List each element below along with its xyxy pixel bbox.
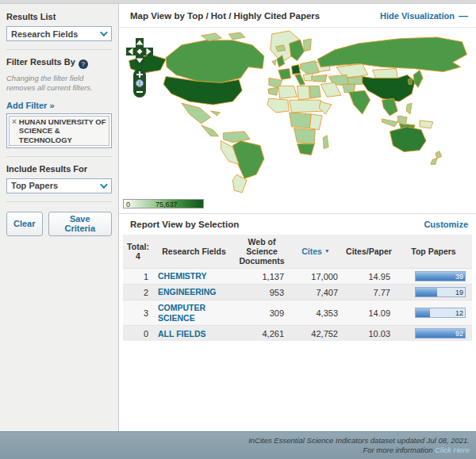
collapse-icon[interactable]: — <box>459 10 468 21</box>
col-top-papers[interactable]: Top Papers <box>395 235 472 269</box>
add-filter-link[interactable]: Add Filter » <box>6 101 55 110</box>
filter-by-text: Filter Results By <box>6 57 75 67</box>
chevron-down-icon <box>100 29 108 36</box>
footer-more-info: For more information Click Here <box>0 446 470 455</box>
cites-value: 17,000 <box>289 269 343 285</box>
help-icon[interactable]: ? <box>79 59 88 69</box>
total-header: Total: 4 <box>123 235 153 269</box>
cites-sort-link[interactable]: Cites <box>301 247 322 256</box>
filter-tag[interactable]: × HUNAN UNIVERSITY OF SCIENCE & TECHNOLO… <box>9 116 109 146</box>
results-list-value: Research Fields <box>11 29 78 39</box>
table-row: 0 ALL FIELDS 4,261 42,752 10.03 92 <box>123 326 472 342</box>
map-controls <box>125 37 155 102</box>
country-australia[interactable] <box>390 127 426 152</box>
cites-value: 7,407 <box>289 285 343 300</box>
remove-filter-icon[interactable]: × <box>12 117 17 144</box>
cites-per-paper-value: 7.77 <box>343 285 395 300</box>
sort-desc-icon: ▼ <box>324 248 330 254</box>
clear-button[interactable]: Clear <box>6 212 43 236</box>
map-legend: 0 75,637 <box>119 196 476 213</box>
filter-by-label: Filter Results By? <box>6 57 112 69</box>
row-rank: 3 <box>123 300 153 326</box>
main-panel: Map View by Top / Hot / Highly Cited Pap… <box>119 4 476 431</box>
footer-dataset-info: InCites Essential Science Indicators dat… <box>0 436 470 446</box>
include-results-value: Top Papers <box>11 181 58 190</box>
legend-gradient-bar: 0 75,637 <box>123 199 204 208</box>
docs-value: 309 <box>235 300 289 326</box>
top-papers-bar[interactable]: 92 <box>415 328 466 339</box>
esi-page: Results List Research Fields Filter Resu… <box>0 0 476 459</box>
top-papers-value: 19 <box>455 288 463 297</box>
customize-link[interactable]: Customize <box>424 220 468 229</box>
save-criteria-button[interactable]: Save Criteria <box>48 212 112 236</box>
row-rank: 2 <box>123 285 153 300</box>
top-papers-bar[interactable]: 39 <box>415 271 466 281</box>
field-link-engineering[interactable]: ENGINEERING <box>158 287 217 297</box>
cites-value: 42,752 <box>289 326 343 342</box>
filter-tag-label: HUNAN UNIVERSITY OF SCIENCE & TECHNOLOGY <box>19 117 106 144</box>
sidebar-buttons: Clear Save Criteria <box>6 209 112 236</box>
cites-per-paper-value: 14.95 <box>343 269 395 285</box>
field-link-computer-science[interactable]: COMPUTER SCIENCE <box>158 303 223 323</box>
zoom-control[interactable] <box>133 69 146 98</box>
hide-visualization-link[interactable]: Hide Visualization <box>380 11 455 21</box>
map-area <box>119 28 476 196</box>
country-china[interactable] <box>363 75 415 101</box>
docs-value: 1,137 <box>235 269 289 285</box>
field-link-chemistry[interactable]: CHEMISTRY <box>158 271 206 281</box>
report-table: Total: 4 Research Fields Web of Science … <box>123 235 472 341</box>
row-rank: 0 <box>123 326 153 342</box>
bar-fill <box>416 308 430 317</box>
legend-min-value: 0 <box>126 201 130 208</box>
country-germany[interactable] <box>292 65 301 75</box>
chevron-down-icon <box>100 181 108 189</box>
col-cites-per-paper[interactable]: Cites/Paper <box>343 235 395 269</box>
country-canada[interactable] <box>166 40 264 82</box>
table-header-row: Total: 4 Research Fields Web of Science … <box>123 235 472 269</box>
cites-per-paper-value: 14.09 <box>343 300 395 326</box>
cites-value: 4,353 <box>289 300 343 326</box>
col-cites[interactable]: Cites ▼ <box>289 235 343 269</box>
filter-section: Filter Results By? Changing the filter f… <box>6 57 112 157</box>
table-row: 2 ENGINEERING 953 7,407 7.77 19 <box>123 285 472 300</box>
include-results-label: Include Results For <box>6 164 112 174</box>
page-footer: InCites Essential Science Indicators dat… <box>0 431 476 459</box>
top-papers-value: 92 <box>455 329 463 339</box>
field-link-all-fields[interactable]: ALL FIELDS <box>158 329 205 339</box>
docs-value: 4,261 <box>235 326 289 342</box>
results-list-label: Results List <box>6 12 112 21</box>
results-list-section: Results List Research Fields <box>6 12 112 50</box>
country-japan[interactable] <box>413 71 423 88</box>
cites-per-paper-value: 10.03 <box>343 326 395 342</box>
col-wos-documents[interactable]: Web of Science Documents <box>235 235 289 269</box>
legend-max-value: 75,637 <box>155 201 178 208</box>
include-results-select[interactable]: Top Papers <box>6 178 112 193</box>
results-list-select[interactable]: Research Fields <box>6 26 112 41</box>
col-research-fields[interactable]: Research Fields <box>153 235 235 269</box>
total-label: Total: <box>126 242 150 251</box>
world-choropleth-map[interactable] <box>122 29 473 194</box>
filter-note: Changing the filter field removes all cu… <box>6 74 112 93</box>
click-here-link[interactable]: Click Here <box>435 446 470 454</box>
bar-fill <box>416 288 437 296</box>
filter-list-box[interactable]: × HUNAN UNIVERSITY OF SCIENCE & TECHNOLO… <box>6 113 112 148</box>
map-view-title: Map View by Top / Hot / Highly Cited Pap… <box>130 11 320 21</box>
map-countries[interactable] <box>129 31 467 193</box>
map-view-header: Map View by Top / Hot / Highly Cited Pap… <box>119 4 476 28</box>
country-india[interactable] <box>349 90 370 114</box>
top-papers-value: 39 <box>455 272 463 281</box>
top-papers-bar[interactable]: 12 <box>415 308 466 318</box>
report-view-title: Report View by Selection <box>130 220 239 229</box>
include-results-section: Include Results For Top Papers <box>6 164 112 202</box>
row-rank: 1 <box>123 269 153 285</box>
sidebar: Results List Research Fields Filter Resu… <box>0 4 119 431</box>
top-papers-value: 12 <box>455 308 463 318</box>
report-view-header: Report View by Selection Customize <box>119 214 476 235</box>
top-papers-bar[interactable]: 19 <box>415 287 466 297</box>
total-count: 4 <box>126 251 150 261</box>
footer-more-info-text: For more information <box>363 446 435 454</box>
table-row: 1 CHEMISTRY 1,137 17,000 14.95 39 <box>123 269 472 285</box>
table-row: 3 COMPUTER SCIENCE 309 4,353 14.09 12 <box>123 300 472 326</box>
docs-value: 953 <box>235 285 289 300</box>
pan-control[interactable] <box>126 38 153 65</box>
